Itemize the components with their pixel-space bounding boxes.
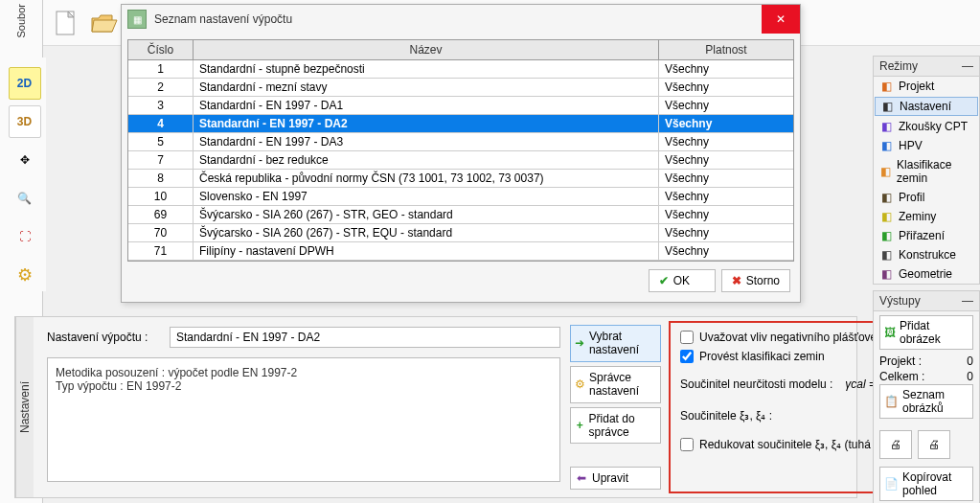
cell-num: 10: [128, 188, 194, 205]
move-icon: ✥: [20, 153, 30, 167]
cancel-button[interactable]: ✖Storno: [721, 269, 790, 292]
mode-item-konstrukce[interactable]: ◧Konstrukce: [874, 245, 979, 264]
chk-classify-label: Provést klasifikaci zemin: [699, 350, 825, 363]
cross-icon: ✖: [732, 274, 741, 287]
print-button-2[interactable]: 🖨: [918, 430, 950, 459]
arrow-left-icon: ⬅: [575, 471, 588, 485]
table-row[interactable]: 7Standardní - bez redukceVšechny: [128, 151, 793, 170]
edit-settings-button[interactable]: ⬅Upravit: [570, 467, 661, 490]
corners-icon: ⛶: [19, 230, 31, 243]
table-row[interactable]: 3Standardní - EN 1997 - DA1Všechny: [128, 97, 793, 115]
new-file-button[interactable]: [51, 8, 81, 38]
cell-name: Švýcarsko - SIA 260 (267) - STR, GEO - s…: [194, 206, 659, 223]
print-button-1[interactable]: 🖨: [879, 430, 912, 459]
outputs-minimize[interactable]: —: [962, 294, 973, 308]
add-image-button[interactable]: 🖼Přidat obrázek: [879, 315, 973, 350]
printer-icon: 🖨: [890, 438, 901, 451]
table-row[interactable]: 69Švýcarsko - SIA 260 (267) - STR, GEO -…: [128, 206, 793, 224]
table-row[interactable]: 4Standardní - EN 1997 - DA2Všechny: [128, 115, 793, 133]
cell-valid: Všechny: [659, 206, 793, 223]
admin-settings-button[interactable]: ⚙Správce nastavení: [570, 366, 661, 403]
copy-view-button[interactable]: 📄Kopírovat pohled: [879, 467, 973, 501]
mode-item-projekt[interactable]: ◧Projekt: [874, 77, 979, 96]
settings-tool-button[interactable]: ⚙: [9, 259, 41, 291]
mode-label: Nastavení: [900, 100, 951, 113]
table-row[interactable]: 10Slovensko - EN 1997Všechny: [128, 188, 793, 206]
table-row[interactable]: 70Švýcarsko - SIA 260 (267) - STR, EQU -…: [128, 224, 793, 242]
magnifier-icon: 🔍: [17, 192, 32, 205]
mode-item-nastavení[interactable]: ◧Nastavení: [875, 97, 978, 116]
plus-icon: +: [575, 419, 585, 432]
mode-item-přiřazení[interactable]: ◧Přiřazení: [874, 226, 979, 245]
move-tool-button[interactable]: ✥: [9, 144, 41, 176]
ok-label: OK: [673, 274, 690, 287]
mode-item-geometrie[interactable]: ◧Geometrie: [874, 264, 979, 284]
admin-settings-label: Správce nastavení: [589, 371, 656, 399]
cell-num: 69: [128, 206, 194, 223]
desc-line2: Typ výpočtu : EN 1997-2: [56, 379, 552, 393]
svg-marker-3: [92, 20, 117, 32]
mode-icon: ◧: [879, 229, 893, 242]
table-row[interactable]: 2Standardní - mezní stavyVšechny: [128, 79, 793, 97]
out-total-label: Celkem :: [879, 370, 924, 383]
mode-item-hpv[interactable]: ◧HPV: [874, 136, 979, 155]
chk-classify-box[interactable]: [680, 350, 694, 363]
mode-item-klasifikace-zemin[interactable]: ◧Klasifikace zemin: [874, 155, 979, 188]
dialog-icon: ▦: [127, 10, 147, 29]
coefs-label: Součinitele ξ₃, ξ₄ :: [680, 409, 833, 423]
cell-name: Slovensko - EN 1997: [194, 188, 659, 205]
mode-icon: ◧: [879, 248, 893, 262]
fit-tool-button[interactable]: ⛶: [9, 220, 41, 253]
table-row[interactable]: 8Česká republika - původní normy ČSN (73…: [128, 170, 793, 188]
table-row[interactable]: 5Standardní - EN 1997 - DA3Všechny: [128, 133, 793, 151]
view-2d-button[interactable]: 2D: [9, 67, 41, 100]
cell-num: 1: [128, 60, 194, 78]
cell-name: Standardní - EN 1997 - DA2: [194, 115, 659, 132]
gear-small-icon: ⚙: [575, 377, 585, 391]
mode-label: Klasifikace zemin: [897, 158, 973, 185]
select-settings-button[interactable]: ➜Vybrat nastavení: [570, 325, 661, 362]
cell-num: 7: [128, 151, 194, 169]
gear-icon: ⚙: [17, 264, 33, 286]
table-row[interactable]: 1Standardní - stupně bezpečnostiVšechny: [128, 60, 793, 79]
menu-soubor[interactable]: Soubor: [15, 4, 27, 37]
dialog-close-button[interactable]: ✕: [762, 5, 800, 34]
mode-item-zkoušky-cpt[interactable]: ◧Zkoušky CPT: [874, 117, 979, 136]
cell-num: 70: [128, 224, 194, 241]
open-file-button[interactable]: [89, 8, 120, 38]
mode-label: Geometrie: [899, 267, 952, 281]
select-settings-label: Vybrat nastavení: [589, 330, 656, 357]
cell-valid: Všechny: [659, 133, 793, 150]
mode-label: Přiřazení: [899, 229, 945, 242]
modes-minimize[interactable]: —: [962, 59, 973, 73]
view-3d-button[interactable]: 3D: [9, 105, 41, 138]
col-header-num: Číslo: [128, 40, 194, 59]
settings-grid[interactable]: Číslo Název Platnost 1Standardní - stupn…: [127, 39, 794, 262]
cell-valid: Všechny: [659, 97, 793, 114]
mode-icon: ◧: [879, 139, 893, 152]
cell-name: Filipíny - nastavení DPWH: [194, 242, 659, 260]
mode-icon: ◧: [879, 210, 893, 223]
coef-label: Součinitel neurčitosti modelu :: [680, 377, 833, 391]
mode-item-zeminy[interactable]: ◧Zeminy: [874, 207, 979, 226]
folder-open-icon: [91, 12, 118, 34]
cell-num: 8: [128, 170, 194, 187]
col-header-valid: Platnost: [659, 40, 793, 59]
mode-label: Zeminy: [899, 210, 936, 223]
ok-button[interactable]: ✔OK: [649, 269, 716, 292]
mode-icon: ◧: [880, 100, 894, 113]
chk-neg-friction-box[interactable]: [680, 331, 694, 344]
calc-settings-desc: Metodika posouzení : výpočet podle EN 19…: [47, 357, 560, 482]
cell-name: Česká republika - původní normy ČSN (73 …: [194, 170, 659, 187]
table-row[interactable]: 71Filipíny - nastavení DPWHVšechny: [128, 242, 793, 261]
zoom-tool-button[interactable]: 🔍: [9, 182, 41, 215]
image-list-button[interactable]: 📋Seznam obrázků: [879, 384, 973, 419]
cell-name: Standardní - EN 1997 - DA1: [194, 97, 659, 114]
add-settings-label: Přidat do správce: [589, 412, 656, 440]
mode-item-profil[interactable]: ◧Profil: [874, 188, 979, 207]
printer-icon: 🖨: [928, 438, 940, 451]
desc-line1: Metodika posouzení : výpočet podle EN 19…: [56, 366, 552, 379]
add-settings-button[interactable]: +Přidat do správce: [570, 407, 661, 445]
chk-reduce-box[interactable]: [680, 438, 694, 451]
cell-name: Standardní - bez redukce: [194, 151, 659, 169]
